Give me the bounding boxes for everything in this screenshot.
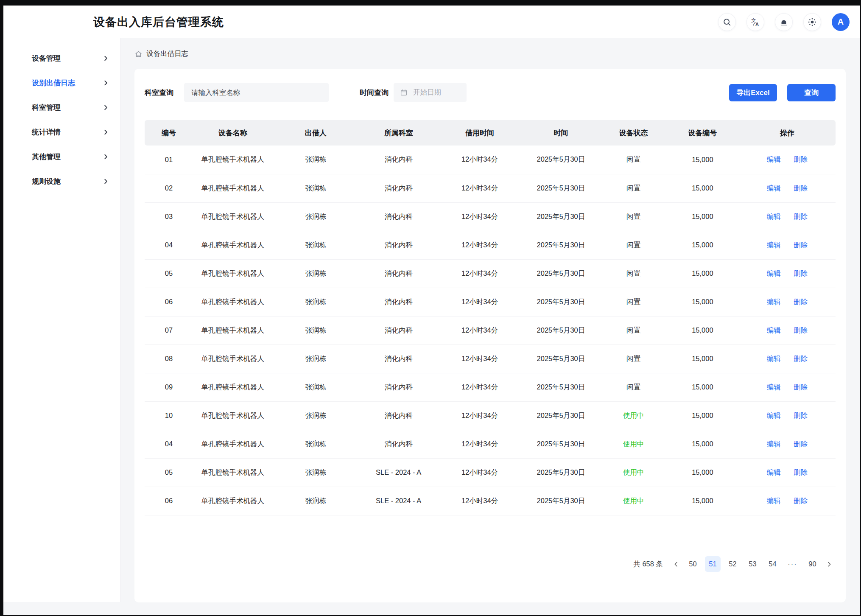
page-button[interactable]: 90 bbox=[805, 556, 820, 572]
time-filter-label: 时间查询 bbox=[360, 88, 389, 98]
search-button[interactable] bbox=[718, 13, 736, 31]
cell-date: 2025年5月30日 bbox=[521, 316, 601, 344]
edit-link[interactable]: 编辑 bbox=[767, 326, 781, 334]
page-button[interactable]: 50 bbox=[685, 556, 701, 572]
delete-link[interactable]: 删除 bbox=[794, 241, 808, 249]
table-row: 06 单孔腔镜手术机器人 张润栋 SLE - 2024 - A 12小时34分 … bbox=[145, 487, 836, 515]
sidebar-item-rule-settings[interactable]: 规则设施 bbox=[3, 169, 120, 193]
chevron-right-icon bbox=[103, 80, 109, 86]
delete-link[interactable]: 删除 bbox=[794, 184, 808, 192]
cell-borrower: 张润栋 bbox=[272, 146, 359, 174]
delete-link[interactable]: 删除 bbox=[794, 468, 808, 476]
dept-search-input[interactable] bbox=[184, 83, 329, 102]
edit-link[interactable]: 编辑 bbox=[767, 412, 781, 419]
delete-link[interactable]: 删除 bbox=[794, 298, 808, 305]
delete-link[interactable]: 删除 bbox=[794, 497, 808, 504]
delete-link[interactable]: 删除 bbox=[794, 269, 808, 277]
translate-icon: 文A bbox=[750, 17, 760, 27]
sidebar-item-other-management[interactable]: 其他管理 bbox=[3, 144, 120, 169]
prev-page-button[interactable] bbox=[671, 561, 681, 568]
translate-button[interactable]: 文A bbox=[746, 13, 764, 31]
edit-link[interactable]: 编辑 bbox=[767, 468, 781, 476]
cell-borrow-duration: 12小时34分 bbox=[438, 344, 521, 373]
sidebar-item-lending-log[interactable]: 设别出借日志 bbox=[3, 70, 120, 95]
edit-link[interactable]: 编辑 bbox=[767, 355, 781, 362]
cell-device-code: 15,000 bbox=[666, 259, 739, 288]
cell-device-name: 单孔腔镜手术机器人 bbox=[193, 288, 272, 316]
edit-link[interactable]: 编辑 bbox=[767, 213, 781, 220]
cell-no: 01 bbox=[145, 146, 193, 174]
edit-link[interactable]: 编辑 bbox=[767, 269, 781, 277]
cell-device-name: 单孔腔镜手术机器人 bbox=[193, 316, 272, 344]
sidebar-item-label: 统计详情 bbox=[32, 127, 61, 137]
page-button[interactable]: 54 bbox=[765, 556, 780, 572]
edit-link[interactable]: 编辑 bbox=[767, 184, 781, 192]
delete-link[interactable]: 删除 bbox=[794, 383, 808, 391]
edit-link[interactable]: 编辑 bbox=[767, 383, 781, 391]
col-header-device: 设备名称 bbox=[193, 120, 272, 146]
theme-button[interactable] bbox=[803, 13, 821, 31]
delete-link[interactable]: 删除 bbox=[794, 440, 808, 448]
dept-filter-label: 科室查询 bbox=[145, 88, 173, 98]
cell-device-name: 单孔腔镜手术机器人 bbox=[193, 401, 272, 430]
chevron-right-icon bbox=[103, 129, 109, 135]
cell-device-name: 单孔腔镜手术机器人 bbox=[193, 344, 272, 373]
cell-borrow-duration: 12小时34分 bbox=[438, 146, 521, 174]
cell-device-status: 闲置 bbox=[601, 202, 666, 231]
cell-date: 2025年5月30日 bbox=[521, 430, 601, 458]
sidebar-item-statistics[interactable]: 统计详情 bbox=[3, 120, 120, 144]
cell-device-status: 闲置 bbox=[601, 259, 666, 288]
next-page-button[interactable] bbox=[825, 561, 834, 568]
sidebar-item-department-management[interactable]: 科室管理 bbox=[3, 95, 120, 120]
cell-date: 2025年5月30日 bbox=[521, 202, 601, 231]
page-button[interactable]: 53 bbox=[745, 556, 760, 572]
cell-borrow-duration: 12小时34分 bbox=[438, 174, 521, 202]
cell-actions: 编辑 删除 bbox=[739, 259, 836, 288]
page-ellipsis[interactable]: ··· bbox=[785, 556, 800, 572]
cell-actions: 编辑 删除 bbox=[739, 430, 836, 458]
cell-device-code: 15,000 bbox=[666, 231, 739, 259]
cell-actions: 编辑 删除 bbox=[739, 174, 836, 202]
delete-link[interactable]: 删除 bbox=[794, 326, 808, 334]
cell-device-status: 闲置 bbox=[601, 146, 666, 174]
cell-borrower: 张润栋 bbox=[272, 430, 359, 458]
home-icon[interactable] bbox=[134, 50, 143, 58]
cell-device-code: 15,000 bbox=[666, 373, 739, 401]
table-row: 02 单孔腔镜手术机器人 张润栋 消化内科 12小时34分 2025年5月30日… bbox=[145, 174, 836, 202]
edit-link[interactable]: 编辑 bbox=[767, 440, 781, 448]
cell-department: SLE - 2024 - A bbox=[359, 458, 438, 487]
page-button[interactable]: 51 bbox=[705, 556, 721, 572]
topbar-actions: 文A A bbox=[718, 13, 850, 31]
cell-department: 消化内科 bbox=[359, 202, 438, 231]
cell-borrower: 张润栋 bbox=[272, 202, 359, 231]
sidebar-item-device-management[interactable]: 设备管理 bbox=[3, 46, 120, 70]
notification-button[interactable] bbox=[775, 13, 793, 31]
edit-link[interactable]: 编辑 bbox=[767, 155, 781, 163]
bell-icon bbox=[779, 17, 788, 27]
delete-link[interactable]: 删除 bbox=[794, 213, 808, 220]
app-title: 设备出入库后台管理系统 bbox=[93, 14, 224, 30]
cell-actions: 编辑 删除 bbox=[739, 373, 836, 401]
cell-device-name: 单孔腔镜手术机器人 bbox=[193, 202, 272, 231]
delete-link[interactable]: 删除 bbox=[794, 355, 808, 362]
query-button[interactable]: 查询 bbox=[787, 84, 836, 101]
cell-actions: 编辑 删除 bbox=[739, 458, 836, 487]
cell-department: SLE - 2024 - A bbox=[359, 487, 438, 515]
cell-borrow-duration: 12小时34分 bbox=[438, 202, 521, 231]
sidebar-item-label: 规则设施 bbox=[32, 176, 61, 186]
user-avatar[interactable]: A bbox=[832, 13, 850, 31]
delete-link[interactable]: 删除 bbox=[794, 412, 808, 419]
cell-date: 2025年5月30日 bbox=[521, 487, 601, 515]
cell-device-code: 15,000 bbox=[666, 146, 739, 174]
edit-link[interactable]: 编辑 bbox=[767, 298, 781, 305]
edit-link[interactable]: 编辑 bbox=[767, 497, 781, 504]
export-excel-button[interactable]: 导出Excel bbox=[729, 84, 777, 101]
delete-link[interactable]: 删除 bbox=[794, 155, 808, 163]
table-row: 03 单孔腔镜手术机器人 张润栋 消化内科 12小时34分 2025年5月30日… bbox=[145, 202, 836, 231]
start-date-picker[interactable]: 开始日期 bbox=[394, 83, 467, 102]
page-button[interactable]: 52 bbox=[725, 556, 741, 572]
sidebar-item-label: 科室管理 bbox=[32, 103, 61, 112]
edit-link[interactable]: 编辑 bbox=[767, 241, 781, 249]
cell-borrower: 张润栋 bbox=[272, 373, 359, 401]
breadcrumb-label: 设备出借日志 bbox=[146, 49, 188, 59]
